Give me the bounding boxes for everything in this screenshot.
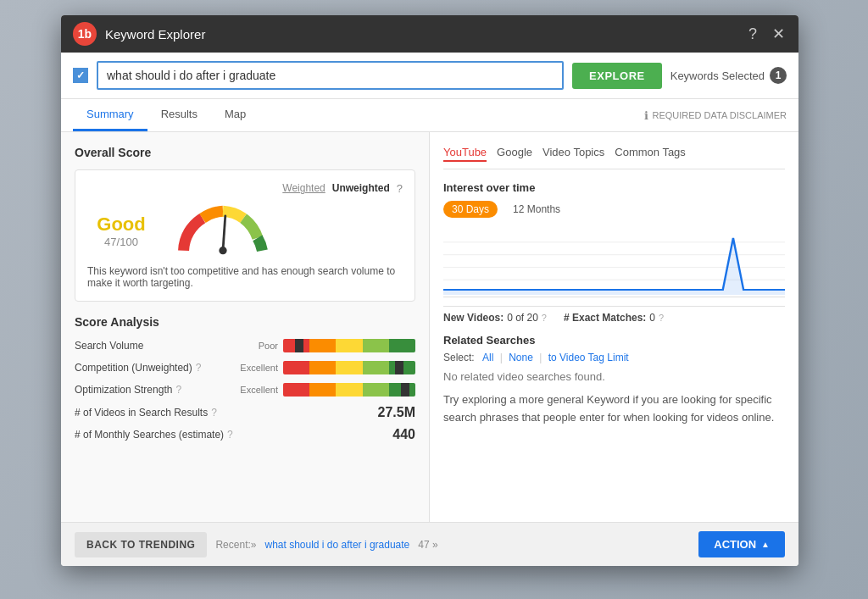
optimization-help-icon[interactable]: ? [175,384,181,396]
pipe1: | [500,352,503,363]
disclaimer-text: REQUIRED DATA DISCLAIMER [652,110,787,120]
optimization-bar [283,383,415,397]
keywords-selected-label: Keywords Selected [670,69,765,82]
select-limit-link[interactable]: to Video Tag Limit [548,352,629,363]
competition-bar-area: Excellent [227,361,415,374]
app-title: Keyword Explorer [105,27,205,42]
left-panel: Overall Score Weighted Unweighted ? Good… [61,132,430,522]
exact-matches-value: 0 [649,312,655,324]
chart-svg [443,230,785,297]
recent-link[interactable]: what should i do after i graduate [264,539,409,551]
search-bar: EXPLORE Keywords Selected 1 [61,53,798,99]
videos-stat-value: 27.5M [378,405,415,420]
action-arrow-icon: ▲ [761,540,770,549]
gauge-svg [172,203,274,258]
no-related-text: No related video searches found. [443,370,785,383]
app-icon: 1b [73,22,97,46]
title-bar: 1b Keyword Explorer ? ✕ [61,15,798,53]
platform-tab-google[interactable]: Google [497,146,532,162]
new-videos-help-icon[interactable]: ? [542,313,547,323]
search-volume-bar-label: Poor [227,341,278,351]
competition-bar-label: Excellent [227,363,278,373]
explore-button[interactable]: EXPLORE [572,63,662,89]
score-options: Weighted Unweighted ? [282,182,403,195]
footer-bar: BACK TO TRENDING Recent:» what should i … [61,522,798,566]
modal-window: 1b Keyword Explorer ? ✕ EXPLORE Keywords… [61,15,798,566]
videos-stat-label: # of Videos in Search Results ? [75,407,217,419]
tabs-left: Summary Results Map [73,99,259,131]
time-filter-row: 30 Days 12 Months [443,201,785,218]
help-button[interactable]: ? [747,25,759,43]
unweighted-option[interactable]: Unweighted [332,182,390,195]
svg-point-1 [219,247,226,254]
overall-score-box: Weighted Unweighted ? Good 47/100 [75,169,415,302]
competition-label: Competition (Unweighted) ? [75,362,227,374]
keywords-selected-badge: 1 [770,67,787,84]
interest-section: Interest over time 30 Days 12 Months [443,181,785,218]
platform-tab-video-topics[interactable]: Video Topics [542,146,604,162]
stat-row-monthly: # of Monthly Searches (estimate) ? 440 [75,427,415,442]
action-btn-label: ACTION [714,538,756,551]
competition-help-icon[interactable]: ? [196,362,202,374]
videos-help-icon[interactable]: ? [211,407,217,419]
related-select: Select: All | None | to Video Tag Limit [443,352,785,363]
score-label-area: Good 47/100 [87,214,155,248]
platform-tab-common-tags[interactable]: Common Tags [615,146,686,162]
stat-row-videos: # of Videos in Search Results ? 27.5M [75,405,415,420]
keyword-checkbox[interactable] [73,68,88,83]
tab-summary[interactable]: Summary [73,99,147,131]
close-button[interactable]: ✕ [771,25,787,43]
content-area: Overall Score Weighted Unweighted ? Good… [61,132,798,522]
search-volume-bar [283,339,415,352]
tab-map[interactable]: Map [211,99,259,131]
related-hint-text: Try exploring a more general Keyword if … [443,391,785,427]
analysis-row-search-volume: Search Volume Poor [75,339,415,352]
platform-tabs: YouTube Google Video Topics Common Tags [443,146,785,169]
monthly-stat-value: 440 [392,427,415,442]
time-30-days-btn[interactable]: 30 Days [443,201,498,218]
weighted-option[interactable]: Weighted [282,182,325,195]
recent-count: 47 » [418,539,437,551]
select-label: Select: [443,352,475,363]
search-input[interactable] [97,61,564,90]
time-12-months-btn[interactable]: 12 Months [504,201,569,218]
pipe2: | [539,352,542,363]
score-value: 47/100 [87,236,155,248]
exact-matches-help-icon[interactable]: ? [659,313,664,323]
platform-tab-youtube[interactable]: YouTube [443,146,487,162]
new-videos-stat: New Videos: 0 of 20 ? [443,312,547,324]
disclaimer: ℹ REQUIRED DATA DISCLAIMER [644,109,787,122]
new-videos-value: 0 of 20 [507,312,538,324]
select-all-link[interactable]: All [482,352,493,363]
analysis-row-competition: Competition (Unweighted) ? Excellent [75,361,415,374]
score-header: Weighted Unweighted ? [87,182,403,195]
optimization-bar-area: Excellent [227,383,415,397]
score-visual: Good 47/100 [87,203,403,258]
back-to-trending-button[interactable]: BACK TO TRENDING [75,532,207,557]
exact-matches-stat: # Exact Matches: 0 ? [564,312,664,324]
related-section: Related Searches Select: All | None | to… [443,334,785,427]
optimization-bar-label: Excellent [227,385,278,395]
optimization-marker [401,383,409,397]
keywords-selected: Keywords Selected 1 [670,67,787,84]
disclaimer-icon: ℹ [644,109,648,122]
exact-matches-label: # Exact Matches: [564,312,646,324]
related-title: Related Searches [443,334,785,347]
recent-label: Recent:» [215,539,256,551]
search-volume-bar-area: Poor [227,339,415,352]
interest-title: Interest over time [443,181,785,194]
score-desc: This keyword isn't too competitive and h… [87,265,403,289]
monthly-stat-label: # of Monthly Searches (estimate) ? [75,429,233,441]
tab-results[interactable]: Results [147,99,211,131]
monthly-help-icon[interactable]: ? [227,429,233,441]
select-none-link[interactable]: None [509,352,533,363]
svg-line-0 [223,216,225,251]
stats-row: New Videos: 0 of 20 ? # Exact Matches: 0… [443,306,785,324]
competition-marker [395,361,403,374]
action-button[interactable]: ACTION ▲ [698,531,785,557]
tabs-bar: Summary Results Map ℹ REQUIRED DATA DISC… [61,99,798,132]
right-panel: YouTube Google Video Topics Common Tags … [430,132,798,522]
score-help-icon[interactable]: ? [397,182,403,195]
title-left: 1b Keyword Explorer [73,22,205,46]
search-volume-label: Search Volume [75,340,227,352]
